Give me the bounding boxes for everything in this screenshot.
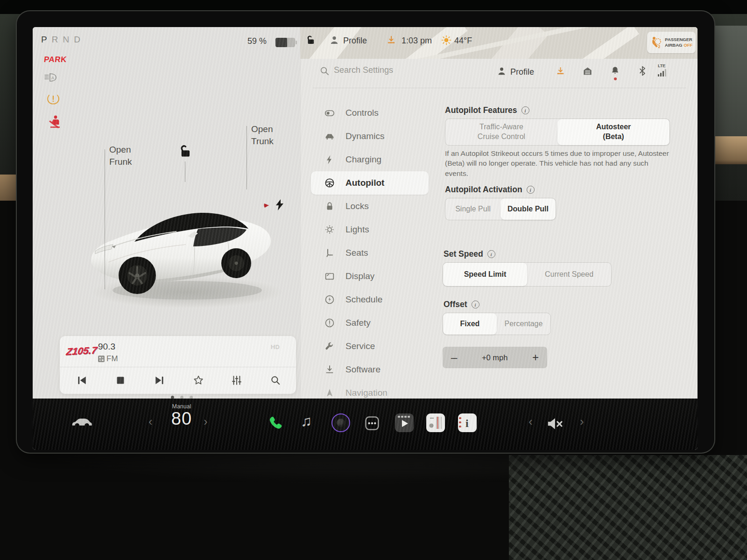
update-download-icon[interactable] [386,35,397,46]
option-double-pull[interactable]: Double Pull [500,198,556,220]
lightning-icon [324,154,335,165]
open-trunk-button[interactable]: Open Trunk [251,123,274,147]
hvac-temperature-button[interactable]: 80 [162,409,202,429]
notifications-bell-icon[interactable] [610,65,620,76]
car-icon [324,131,335,142]
settings-divider [313,88,686,88]
info-icon[interactable]: i [521,106,529,114]
gear-drive: D [74,35,85,44]
frunk-callout-line [105,149,105,289]
option-speed-limit[interactable]: Speed Limit [443,263,527,286]
menu-item-schedule[interactable]: Schedule [311,288,429,311]
menu-item-locks[interactable]: Locks [311,195,429,218]
set-speed-title: Set Speed i [444,249,495,259]
homelink-garage-icon[interactable] [582,66,593,77]
bluetooth-icon[interactable] [637,65,648,77]
vehicle-controls-button[interactable] [71,413,94,429]
dashboard-wood-trim-right [712,136,747,164]
hd-radio-badge: HD [271,343,280,350]
option-traffic-aware-cruise-control[interactable]: Traffic-Aware Cruise Control [445,119,557,145]
decrease-button[interactable]: – [451,352,457,363]
menu-item-software[interactable]: Software [311,358,429,381]
offset-value: +0 mph [482,353,508,362]
settings-profile-person-icon[interactable] [496,66,507,77]
park-indicator: PARK [43,55,67,64]
gear-indicator: PRND [41,35,85,45]
owners-manual-app-icon[interactable]: i [458,413,477,432]
volume-down-chevron[interactable]: ‹ [529,414,533,429]
charge-bolt-icon[interactable] [275,199,285,211]
stop-button[interactable] [113,372,128,388]
option-single-pull[interactable]: Single Pull [445,198,500,220]
next-track-button[interactable] [152,372,168,388]
option-fixed[interactable]: Fixed [443,313,497,335]
media-player-card[interactable]: Z105.7 90.3 FM HD [60,336,296,394]
trunk-callout-line [247,126,247,189]
steering-wheel-icon [324,177,335,189]
schedule-clock-icon [324,294,335,305]
car-unlock-icon[interactable] [176,143,192,160]
volume-up-chevron[interactable]: › [580,414,584,429]
offset-title: Offset i [444,300,479,309]
offset-toggle: Fixed Percentage [443,313,551,335]
previous-track-button[interactable] [74,372,90,388]
profile-button[interactable]: Profile [343,36,367,46]
open-trunk-line1: Open [251,124,273,134]
option-current-speed[interactable]: Current Speed [527,263,611,286]
menu-item-service[interactable]: Service [311,335,429,358]
increase-button[interactable]: + [532,352,539,363]
profile-person-icon[interactable] [329,35,340,46]
menu-item-display[interactable]: Display [311,265,429,288]
settings-menu: Controls Dynamics Charging Autopilot Loc… [311,101,429,405]
lock-callout-line [185,161,185,182]
media-source: FM [106,354,118,364]
info-icon[interactable]: i [472,301,479,308]
menu-item-seats[interactable]: Seats [311,241,429,265]
airbag-text-line1: PASSENGER [665,37,692,42]
info-icon[interactable]: i [487,250,495,258]
gear-park: P [41,35,52,44]
temp-increase-chevron[interactable]: › [204,414,208,429]
settings-profile-button[interactable]: Profile [510,67,534,77]
menu-item-dynamics[interactable]: Dynamics [311,125,429,148]
mute-speaker-icon[interactable] [545,414,564,433]
phone-app-icon[interactable] [266,414,283,431]
download-icon [324,364,335,375]
weather-sun-icon [441,35,452,46]
music-app-icon[interactable]: ♫ [301,413,312,430]
theater-app-icon[interactable] [395,413,414,432]
option-percentage[interactable]: Percentage [497,313,550,335]
gear-neutral: N [63,35,74,44]
battery-icon [275,38,295,47]
menu-item-controls[interactable]: Controls [311,101,429,125]
battery-percent: 59 % [247,36,267,46]
svg-text:A: A [51,76,54,80]
gear-reverse: R [52,35,63,44]
menu-item-autopilot[interactable]: Autopilot [311,171,429,195]
menu-item-charging[interactable]: Charging [311,148,429,171]
favorite-star-button[interactable] [190,372,206,388]
vehicle-image [78,176,297,316]
temp-decrease-chevron[interactable]: ‹ [148,414,153,429]
open-frunk-button[interactable]: Open Frunk [109,144,132,168]
seatbelt-warning-icon [49,115,62,129]
camera-sentry-app-icon[interactable] [331,413,350,432]
menu-item-safety[interactable]: Safety [311,311,429,335]
settings-download-icon[interactable] [555,66,566,77]
media-divider [60,367,296,367]
more-apps-button[interactable] [363,414,381,432]
search-settings-input[interactable] [334,65,474,75]
svg-text:2: 2 [658,44,661,49]
screen-shadow [28,448,705,485]
toggle-icon [324,107,335,119]
option-autosteer-beta[interactable]: Autosteer (Beta) [557,119,669,145]
radio-tuner-app-icon[interactable] [426,413,445,432]
menu-item-lights[interactable]: Lights [311,218,429,241]
equalizer-sliders-button[interactable] [229,372,245,388]
airbag-text-line2: AIRBAG [665,42,684,48]
media-title: 90.3 [98,342,115,352]
autopilot-features-toggle: Traffic-Aware Cruise Control Autosteer (… [445,119,670,146]
info-icon[interactable]: i [527,186,535,194]
media-search-button[interactable] [268,372,283,388]
lock-status-icon[interactable] [304,34,316,47]
